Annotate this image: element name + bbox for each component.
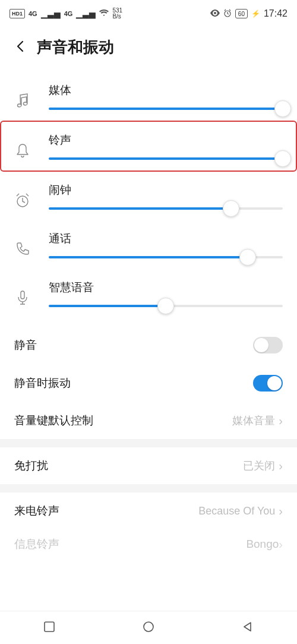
slider-track-media[interactable]: [49, 108, 283, 110]
slider-label: 媒体: [49, 83, 283, 98]
signal-2: 4G: [64, 10, 73, 17]
eye-icon: [210, 9, 220, 18]
list-label: 来电铃声: [14, 503, 59, 519]
slider-ringtone: 铃声: [0, 121, 297, 172]
volume-key-default[interactable]: 音量键默认控制 媒体音量 ›: [0, 402, 297, 439]
page-title: 声音和振动: [37, 37, 114, 58]
sms-ringtone-partial[interactable]: 信息铃声 Bongo ›: [0, 529, 297, 552]
chevron-right-icon: ›: [279, 504, 283, 518]
back-arrow-icon[interactable]: [14, 40, 27, 55]
list-value: Because Of You: [198, 505, 275, 517]
toggle-switch[interactable]: [253, 337, 283, 353]
svg-point-4: [144, 622, 153, 632]
nav-back-icon[interactable]: [242, 621, 253, 634]
slider-alarm: 闹钟: [14, 172, 283, 220]
svg-rect-2: [21, 291, 24, 299]
list-value: Bongo: [246, 538, 279, 551]
bell-icon: [14, 142, 38, 160]
fade-overlay: [0, 585, 297, 611]
status-bar: HD1 4G ▁▃▅ 4G ▁▃▅ 531B/s 60 ⚡ 17:42: [0, 0, 297, 27]
phone-icon: [14, 241, 38, 258]
slider-label: 铃声: [49, 132, 283, 148]
list-value: 媒体音量: [232, 413, 275, 428]
signal-1: 4G: [29, 10, 37, 17]
music-icon: [14, 92, 38, 110]
settings-list: 静音 静音时振动 音量键默认控制 媒体音量 › 免打扰 已关闭 › 来电铃声 B…: [0, 326, 297, 552]
list-value: 已关闭: [243, 459, 275, 473]
sliders-section: 媒体 铃声 闹钟: [0, 72, 297, 318]
charging-icon: ⚡: [251, 10, 260, 18]
status-left: HD1 4G ▁▃▅ 4G ▁▃▅ 531B/s: [10, 8, 122, 20]
clock: 17:42: [264, 8, 287, 19]
section-divider: [0, 484, 297, 493]
signal-bars-icon: ▁▃▅: [41, 9, 61, 18]
slider-call: 通话: [14, 220, 283, 269]
svg-rect-3: [45, 622, 54, 632]
slider-label: 闹钟: [49, 182, 283, 198]
list-label: 信息铃声: [14, 536, 59, 552]
nav-recent-icon[interactable]: [44, 621, 55, 634]
slider-track-ringtone[interactable]: [49, 157, 283, 160]
slider-voice: 智慧语音: [14, 269, 283, 318]
nav-bar: [0, 611, 297, 644]
section-divider: [0, 439, 297, 447]
toggle-switch[interactable]: [253, 375, 283, 392]
chevron-right-icon: ›: [279, 414, 283, 428]
nav-home-icon[interactable]: [143, 621, 154, 635]
mic-icon: [14, 289, 38, 307]
alarm-icon: [14, 192, 38, 210]
chevron-right-icon: ›: [279, 459, 283, 473]
slider-label: 通话: [49, 231, 283, 247]
slider-label: 智慧语音: [49, 280, 283, 295]
do-not-disturb[interactable]: 免打扰 已关闭 ›: [0, 447, 297, 484]
incoming-ringtone[interactable]: 来电铃声 Because Of You ›: [0, 493, 297, 529]
list-label: 免打扰: [14, 458, 48, 473]
list-label: 静音: [14, 337, 37, 353]
toggle-mute[interactable]: 静音: [0, 326, 297, 364]
status-right: 60 ⚡ 17:42: [210, 8, 287, 19]
list-label: 音量键默认控制: [14, 413, 93, 428]
slider-track-voice[interactable]: [49, 305, 283, 307]
alarm-status-icon: [223, 9, 232, 19]
slider-media: 媒体: [14, 72, 283, 121]
list-label: 静音时振动: [14, 375, 71, 391]
slider-track-alarm[interactable]: [49, 207, 283, 210]
signal-bars-icon: ▁▃▅: [76, 9, 96, 18]
chevron-right-icon: ›: [279, 538, 283, 551]
toggle-vibrate-on-mute[interactable]: 静音时振动: [0, 364, 297, 402]
header: 声音和振动: [0, 27, 297, 72]
slider-track-call[interactable]: [49, 256, 283, 258]
wifi-icon: [99, 9, 109, 18]
hd-badge: HD1: [10, 9, 25, 18]
net-speed: 531B/s: [112, 8, 122, 20]
battery-indicator: 60: [235, 9, 248, 18]
